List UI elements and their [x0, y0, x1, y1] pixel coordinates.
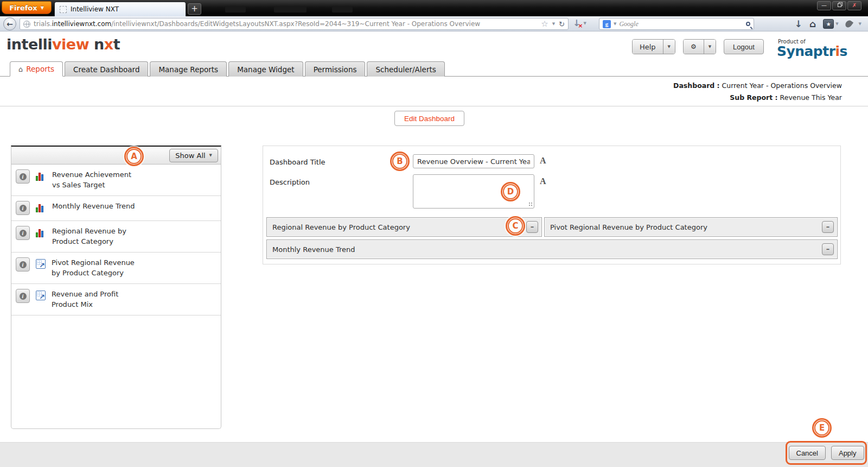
- layout-widget-title: Regional Revenue by Product Category: [272, 223, 526, 231]
- layout-grid-row: Monthly Revenue Trend –: [266, 239, 838, 259]
- back-button[interactable]: ←: [3, 17, 16, 30]
- chevron-down-icon: ▼: [209, 153, 212, 157]
- home-icon: ⌂: [18, 65, 23, 73]
- toolbar-overflow-icon[interactable]: ▼: [859, 22, 861, 26]
- tab-permissions[interactable]: Permissions: [305, 61, 366, 77]
- tab-manage-reports[interactable]: Manage Reports: [150, 61, 227, 77]
- bookmark-star-icon[interactable]: ☆: [541, 19, 548, 29]
- tab-label: Manage Widget: [237, 65, 294, 74]
- restore-button[interactable]: [832, 1, 846, 10]
- search-input[interactable]: [619, 20, 743, 28]
- edit-dashboard-button[interactable]: Edit Dashboard: [394, 111, 464, 126]
- download-blocked-icon[interactable]: ↓×: [573, 18, 580, 28]
- dashboard-title-input[interactable]: [413, 154, 534, 168]
- breadcrumb: Dashboard : Current Year - Operations Ov…: [673, 80, 842, 104]
- firefox-menu-label: Firefox: [9, 4, 37, 12]
- widget-list-header: Show All ▼: [11, 147, 221, 165]
- layout-widget-cell[interactable]: Regional Revenue by Product Category –: [266, 217, 542, 237]
- dimmed-menu-item: [225, 7, 246, 12]
- cancel-button[interactable]: Cancel: [789, 446, 826, 460]
- show-all-dropdown[interactable]: Show All ▼: [169, 149, 218, 162]
- close-button[interactable]: ✗: [847, 1, 861, 10]
- globe-icon: [23, 21, 30, 28]
- minimize-button[interactable]: —: [817, 1, 831, 10]
- widget-list-item[interactable]: i Revenue Achievement vs Sales Target: [11, 165, 221, 196]
- help-button[interactable]: Help: [633, 40, 663, 54]
- show-all-label: Show All: [175, 152, 205, 160]
- settings-dropdown-button[interactable]: ▼: [704, 40, 716, 54]
- breadcrumb-subreport: Sub Report : Revenue This Year: [673, 92, 842, 104]
- search-engine-dropdown-icon[interactable]: ▼: [614, 22, 616, 26]
- tab-scheduler-alerts[interactable]: Scheduler/Alerts: [367, 61, 444, 77]
- widget-list-item[interactable]: i Monthly Revenue Trend: [11, 196, 221, 221]
- home-icon[interactable]: ⌂: [809, 18, 816, 29]
- remove-widget-button[interactable]: –: [822, 243, 834, 255]
- dashboard-edit-panel: Dashboard Title A Description A Regional…: [263, 146, 841, 264]
- firefox-menu-button[interactable]: Firefox ▼: [2, 1, 52, 14]
- widget-list-item[interactable]: i ↗ Revenue and Profit Product Mix: [11, 284, 221, 315]
- info-button[interactable]: i: [16, 289, 30, 303]
- magnifier-icon[interactable]: [746, 22, 750, 26]
- widget-label: Revenue and Profit Product Mix: [52, 289, 136, 310]
- tab-label: Reports: [26, 65, 54, 73]
- url-bar[interactable]: trials.intelliviewnxt.com/intelliviewnxt…: [20, 18, 569, 30]
- addon-icon[interactable]: [844, 19, 853, 29]
- info-button[interactable]: i: [16, 201, 30, 215]
- restore-icon: [838, 3, 841, 7]
- chevron-down-icon: ▼: [668, 45, 671, 49]
- remove-widget-button[interactable]: –: [526, 221, 538, 233]
- widget-label: Regional Revenue by Product Category: [52, 226, 136, 247]
- info-icon: i: [20, 230, 27, 237]
- settings-split-button: ⚙ ▼: [683, 39, 716, 54]
- annotation-b: B: [390, 152, 410, 171]
- resize-handle[interactable]: [528, 202, 533, 206]
- widget-list-item[interactable]: i Regional Revenue by Product Category: [11, 221, 221, 253]
- reload-icon[interactable]: ↻: [559, 20, 565, 28]
- annotation-e: E: [812, 418, 832, 438]
- logout-button[interactable]: Logout: [724, 39, 764, 54]
- bookmarks-dropdown-icon[interactable]: ▼: [835, 22, 838, 26]
- breadcrumb-dashboard: Dashboard : Current Year - Operations Ov…: [673, 80, 842, 92]
- info-button[interactable]: i: [16, 169, 30, 184]
- bar-chart-icon: [36, 203, 46, 212]
- layout-widget-title: Monthly Revenue Trend: [272, 245, 822, 254]
- layout-widget-cell[interactable]: Pivot Regional Revenue by Product Catego…: [544, 217, 838, 237]
- downloads-icon[interactable]: ↓: [795, 18, 802, 29]
- bookmarks-icon[interactable]: ★: [823, 19, 834, 29]
- footer-bar: [0, 442, 868, 467]
- blocked-x-icon: ×: [578, 22, 583, 29]
- description-label: Description: [270, 178, 310, 186]
- download-dropdown-icon[interactable]: ▼: [583, 21, 586, 26]
- chevron-down-icon: ▼: [709, 45, 711, 49]
- dimmed-menu-item: [332, 7, 353, 12]
- remove-widget-button[interactable]: –: [822, 221, 834, 233]
- pivot-table-icon: ↗: [36, 291, 46, 300]
- layout-widget-cell[interactable]: Monthly Revenue Trend –: [266, 239, 838, 259]
- tab-manage-widget[interactable]: Manage Widget: [228, 61, 303, 77]
- widget-list-item[interactable]: i ↗ Pivot Regional Revenue by Product Ca…: [11, 253, 221, 284]
- annotation-d: D: [501, 182, 520, 201]
- gear-icon[interactable]: ⚙: [684, 40, 704, 54]
- info-button[interactable]: i: [16, 257, 30, 272]
- urlbar-dropdown-icon[interactable]: ▼: [552, 22, 555, 26]
- tab-reports[interactable]: ⌂ Reports: [10, 61, 63, 77]
- window-controls: — ✗: [817, 1, 861, 10]
- new-tab-button[interactable]: +: [188, 3, 201, 15]
- search-engine-icon[interactable]: g: [603, 20, 611, 28]
- font-style-button[interactable]: A: [540, 176, 546, 186]
- search-box[interactable]: g ▼: [599, 18, 754, 30]
- tab-label: Manage Reports: [158, 65, 218, 74]
- tab-label: Create Dashboard: [73, 65, 139, 74]
- annotation-c: C: [506, 216, 525, 236]
- dashboard-title-label: Dashboard Title: [270, 158, 326, 166]
- font-style-button[interactable]: A: [540, 156, 546, 166]
- tab-create-dashboard[interactable]: Create Dashboard: [65, 61, 148, 77]
- apply-button[interactable]: Apply: [831, 446, 864, 460]
- info-icon: i: [20, 173, 27, 180]
- synaptris-brand: Product of Synaptris: [777, 39, 847, 58]
- main-tab-bar: ⌂ Reports Create Dashboard Manage Report…: [0, 61, 868, 77]
- browser-tab[interactable]: Intelliview NXT: [54, 2, 186, 16]
- info-button[interactable]: i: [16, 226, 30, 240]
- layout-grid-row: Regional Revenue by Product Category – P…: [266, 217, 838, 237]
- help-dropdown-button[interactable]: ▼: [663, 40, 675, 54]
